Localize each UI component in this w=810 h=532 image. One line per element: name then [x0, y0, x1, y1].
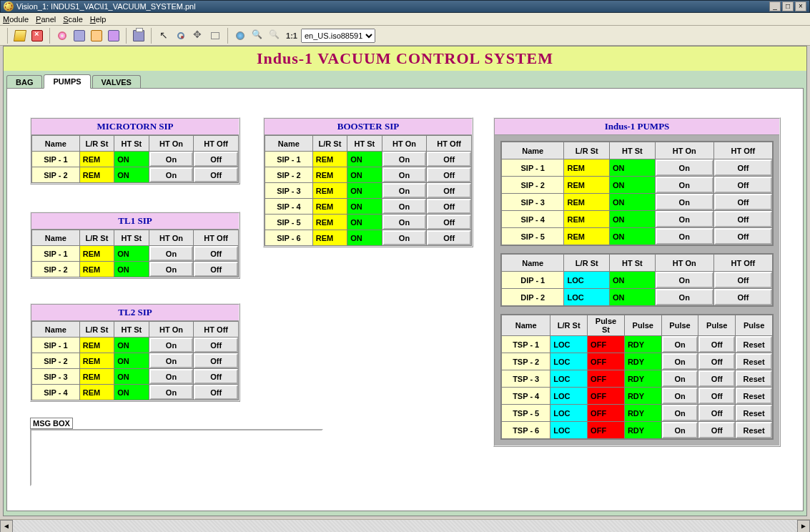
ht-off-button[interactable]: Off	[714, 228, 772, 245]
ht-off-button[interactable]: Off	[194, 369, 238, 384]
tab-pumps[interactable]: PUMPS	[44, 74, 90, 89]
col-header: L/R St	[564, 142, 610, 159]
ht-off-button[interactable]: Off	[714, 177, 772, 193]
pulse-reset-button[interactable]: Reset	[736, 336, 772, 353]
close-button[interactable]: ×	[795, 1, 806, 11]
row-name: TSP - 3	[502, 370, 550, 388]
ht-on-button[interactable]: On	[656, 211, 713, 227]
maximize-button[interactable]: □	[782, 1, 794, 11]
ht-on-button[interactable]: On	[382, 230, 427, 245]
globe-icon[interactable]	[232, 28, 248, 44]
target-icon[interactable]	[173, 28, 189, 44]
ht-off-button[interactable]: Off	[194, 385, 238, 400]
table-indus-tsp: NameL/R StPulse StPulsePulsePulsePulseTS…	[501, 315, 773, 439]
pulse-off-button[interactable]: Off	[698, 370, 735, 387]
minimize-button[interactable]: _	[769, 1, 781, 11]
ht-on-button[interactable]: On	[656, 194, 713, 210]
table-row: SIP - 4REMONOnOff	[32, 385, 239, 400]
row-name: TSP - 6	[502, 422, 550, 439]
ht-on-button[interactable]: On	[656, 159, 713, 176]
ht-off-button[interactable]: Off	[714, 272, 772, 288]
pulse-on-button[interactable]: On	[662, 422, 698, 438]
pointer-icon[interactable]	[156, 28, 172, 44]
pulse-off-button[interactable]: Off	[698, 336, 735, 353]
ht-off-button[interactable]: Off	[427, 183, 471, 198]
pulse-reset-button[interactable]: Reset	[736, 388, 772, 404]
hierarchy-icon[interactable]	[106, 28, 122, 44]
ht-off-button[interactable]: Off	[194, 246, 238, 261]
ht-on-button[interactable]: On	[149, 338, 194, 353]
menu-module[interactable]: Module	[3, 15, 29, 24]
pulse-on-button[interactable]: On	[662, 353, 698, 370]
horizontal-scrollbar[interactable]: ◄ ►	[0, 519, 810, 532]
rect-icon[interactable]	[207, 28, 223, 44]
ht-on-button[interactable]: On	[149, 353, 194, 368]
pulse-reset-button[interactable]: Reset	[736, 353, 772, 370]
close-panel-icon[interactable]	[29, 28, 45, 44]
encoding-select[interactable]: en_US.iso88591	[301, 29, 375, 43]
ht-off-button[interactable]: Off	[194, 338, 238, 353]
col-header: HT On	[149, 230, 194, 246]
ht-off-button[interactable]: Off	[194, 262, 238, 277]
ht-off-button[interactable]: Off	[714, 211, 772, 227]
ht-on-button[interactable]: On	[149, 167, 194, 182]
ht-on-button[interactable]: On	[382, 215, 427, 230]
tree-icon[interactable]	[71, 28, 87, 44]
menu-help[interactable]: Help	[90, 15, 107, 24]
ratio-label[interactable]: 1:1	[284, 28, 300, 44]
pulse-reset-button[interactable]: Reset	[736, 422, 772, 438]
open-icon[interactable]	[12, 28, 28, 44]
scroll-left-icon[interactable]: ◄	[0, 520, 13, 532]
msgbox[interactable]	[30, 429, 323, 486]
ht-on-button[interactable]: On	[656, 289, 713, 305]
ht-on-button[interactable]: On	[656, 228, 713, 245]
ht-on-button[interactable]: On	[149, 152, 194, 167]
pulse-reset-button[interactable]: Reset	[736, 405, 772, 421]
tab-bag[interactable]: BAG	[6, 75, 42, 89]
pulse-on-button[interactable]: On	[662, 370, 698, 387]
ht-off-button[interactable]: Off	[427, 199, 471, 214]
ht-on-button[interactable]: On	[149, 385, 194, 400]
ht-on-button[interactable]: On	[382, 183, 427, 198]
gear-icon[interactable]	[54, 28, 70, 44]
ht-on-button[interactable]: On	[149, 262, 194, 277]
pulse-on-button[interactable]: On	[662, 405, 698, 421]
pulse-off-button[interactable]: Off	[698, 405, 735, 421]
pulse-off-button[interactable]: Off	[698, 353, 735, 370]
row-name: TSP - 5	[502, 405, 550, 422]
module-icon[interactable]	[89, 28, 104, 44]
ht-off-button[interactable]: Off	[194, 353, 238, 368]
ht-off-button[interactable]: Off	[714, 289, 772, 305]
pulse-on-button[interactable]: On	[662, 388, 698, 404]
scroll-track[interactable]	[13, 520, 797, 532]
ht-on-button[interactable]: On	[149, 246, 194, 261]
print-icon[interactable]	[131, 28, 147, 44]
ht-on-button[interactable]: On	[656, 177, 713, 193]
ht-off-button[interactable]: Off	[427, 230, 471, 245]
ht-off-button[interactable]: Off	[427, 152, 471, 167]
ht-off-button[interactable]: Off	[194, 167, 238, 182]
ht-off-button[interactable]: Off	[427, 167, 471, 182]
col-header: HT St	[610, 142, 656, 159]
pulse-off-button[interactable]: Off	[698, 388, 735, 404]
menu-scale[interactable]: Scale	[63, 15, 83, 24]
ht-off-button[interactable]: Off	[714, 194, 772, 210]
ht-off-button[interactable]: Off	[427, 215, 471, 230]
ht-on-button[interactable]: On	[382, 199, 427, 214]
pulse-on-button[interactable]: On	[662, 336, 698, 353]
ht-on-button[interactable]: On	[382, 167, 427, 182]
zoom-icon[interactable]	[250, 28, 265, 44]
ht-off-button[interactable]: Off	[714, 159, 772, 176]
move-icon[interactable]	[190, 28, 206, 44]
ht-on-button[interactable]: On	[382, 152, 427, 167]
pulse-reset-button[interactable]: Reset	[736, 370, 772, 387]
tab-valves[interactable]: VALVES	[92, 75, 141, 89]
group-microtorn: MICROTORN SIP NameL/R StHT StHT OnHT Off…	[30, 117, 240, 184]
ht-on-button[interactable]: On	[149, 369, 194, 384]
pulse-off-button[interactable]: Off	[698, 422, 735, 438]
scroll-right-icon[interactable]: ►	[797, 520, 810, 532]
ht-off-button[interactable]: Off	[194, 152, 238, 167]
table-row: TSP - 5LOCOFFRDYOnOffReset	[502, 405, 773, 422]
menu-panel[interactable]: Panel	[36, 15, 56, 24]
ht-on-button[interactable]: On	[656, 272, 713, 288]
